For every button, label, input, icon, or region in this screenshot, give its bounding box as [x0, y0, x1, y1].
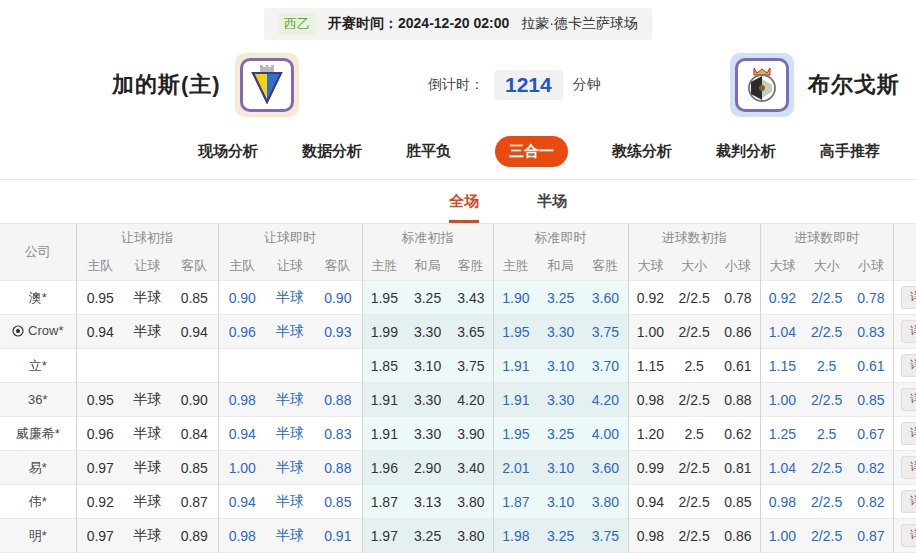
odds-cell[interactable]: 0.97 — [76, 451, 124, 485]
odds-cell[interactable]: 0.88 — [314, 383, 362, 417]
odds-cell[interactable]: 0.90 — [314, 281, 362, 315]
odds-cell[interactable]: 4.20 — [583, 383, 628, 417]
odds-cell[interactable]: 0.78 — [716, 281, 760, 315]
detail-button[interactable]: 详情 — [901, 490, 916, 513]
nav-tab-7[interactable]: 高手推荐 — [820, 142, 880, 161]
odds-cell[interactable]: 0.92 — [76, 485, 124, 519]
odds-cell[interactable]: 2.5 — [804, 349, 849, 383]
odds-cell[interactable]: 3.65 — [449, 315, 493, 349]
odds-cell[interactable]: 3.43 — [449, 281, 493, 315]
odds-cell[interactable]: 1.91 — [362, 383, 406, 417]
nav-tab-2[interactable]: 数据分析 — [302, 142, 362, 161]
odds-cell[interactable]: 2/2.5 — [672, 281, 716, 315]
odds-cell[interactable]: 3.80 — [449, 519, 493, 553]
odds-cell[interactable]: 0.85 — [716, 485, 760, 519]
odds-cell[interactable]: 1.87 — [493, 485, 538, 519]
odds-cell[interactable]: 0.93 — [314, 315, 362, 349]
odds-cell[interactable]: 半球 — [266, 485, 314, 519]
odds-cell[interactable]: 1.96 — [362, 451, 406, 485]
odds-cell[interactable]: 3.10 — [538, 451, 583, 485]
odds-cell[interactable]: 半球 — [124, 417, 171, 451]
odds-cell[interactable]: 2/2.5 — [672, 485, 716, 519]
company-name[interactable]: 威廉希* — [0, 417, 76, 451]
odds-cell[interactable]: 2/2.5 — [804, 281, 849, 315]
odds-cell[interactable]: 0.94 — [76, 315, 124, 349]
odds-cell[interactable]: 1.00 — [218, 451, 266, 485]
odds-cell[interactable]: 1.20 — [628, 417, 672, 451]
odds-cell[interactable]: 半球 — [266, 417, 314, 451]
odds-cell[interactable]: 1.95 — [493, 315, 538, 349]
odds-cell[interactable]: 3.25 — [538, 519, 583, 553]
odds-cell[interactable]: 0.98 — [760, 485, 804, 519]
company-name[interactable]: Crow* — [0, 315, 76, 349]
odds-cell[interactable]: 0.87 — [171, 485, 218, 519]
odds-cell[interactable]: 0.98 — [218, 383, 266, 417]
nav-tab-5[interactable]: 教练分析 — [612, 142, 672, 161]
company-name[interactable]: 明* — [0, 519, 76, 553]
odds-cell[interactable]: 0.96 — [76, 417, 124, 451]
odds-cell[interactable]: 0.94 — [218, 485, 266, 519]
odds-cell[interactable]: 2/2.5 — [672, 315, 716, 349]
company-name[interactable]: 36* — [0, 383, 76, 417]
odds-cell[interactable]: 0.92 — [760, 281, 804, 315]
odds-cell[interactable]: 1.91 — [493, 349, 538, 383]
nav-tab-6[interactable]: 裁判分析 — [716, 142, 776, 161]
nav-tab-4[interactable]: 三合一 — [495, 136, 568, 167]
odds-cell[interactable] — [171, 349, 218, 383]
odds-cell[interactable] — [266, 349, 314, 383]
odds-cell[interactable]: 1.97 — [362, 519, 406, 553]
odds-cell[interactable]: 2/2.5 — [804, 519, 849, 553]
odds-cell[interactable]: 1.91 — [493, 383, 538, 417]
odds-cell[interactable]: 4.00 — [583, 417, 628, 451]
odds-cell[interactable]: 0.88 — [716, 383, 760, 417]
odds-cell[interactable]: 0.98 — [628, 383, 672, 417]
odds-cell[interactable]: 0.98 — [218, 519, 266, 553]
odds-cell[interactable]: 半球 — [266, 519, 314, 553]
odds-cell[interactable]: 3.30 — [538, 315, 583, 349]
odds-cell[interactable]: 3.75 — [449, 349, 493, 383]
odds-cell[interactable]: 0.67 — [849, 417, 893, 451]
company-name[interactable]: 澳* — [0, 281, 76, 315]
odds-cell[interactable]: 0.94 — [171, 315, 218, 349]
odds-cell[interactable]: 0.82 — [849, 451, 893, 485]
odds-cell[interactable]: 0.62 — [716, 417, 760, 451]
odds-cell[interactable]: 0.95 — [76, 281, 124, 315]
odds-cell[interactable]: 半球 — [266, 451, 314, 485]
odds-cell[interactable]: 2.5 — [804, 417, 849, 451]
odds-cell[interactable]: 3.80 — [449, 485, 493, 519]
odds-cell[interactable] — [218, 349, 266, 383]
odds-cell[interactable]: 2/2.5 — [672, 383, 716, 417]
odds-cell[interactable]: 1.99 — [362, 315, 406, 349]
odds-cell[interactable]: 半球 — [124, 281, 171, 315]
detail-button[interactable]: 详情 — [901, 422, 916, 445]
odds-cell[interactable]: 半球 — [124, 519, 171, 553]
odds-cell[interactable] — [314, 349, 362, 383]
odds-cell[interactable]: 3.25 — [538, 417, 583, 451]
odds-cell[interactable]: 3.13 — [406, 485, 449, 519]
odds-cell[interactable]: 3.90 — [449, 417, 493, 451]
odds-cell[interactable]: 半球 — [124, 383, 171, 417]
detail-button[interactable]: 详情 — [901, 286, 916, 309]
detail-button[interactable]: 详情 — [901, 354, 916, 377]
odds-cell[interactable]: 2.01 — [493, 451, 538, 485]
odds-cell[interactable]: 3.10 — [406, 349, 449, 383]
odds-cell[interactable]: 0.85 — [849, 383, 893, 417]
odds-cell[interactable]: 0.83 — [314, 417, 362, 451]
odds-cell[interactable]: 3.25 — [406, 519, 449, 553]
odds-cell[interactable]: 3.70 — [583, 349, 628, 383]
odds-cell[interactable]: 半球 — [266, 383, 314, 417]
nav-tab-3[interactable]: 胜平负 — [406, 142, 451, 161]
odds-cell[interactable]: 1.25 — [760, 417, 804, 451]
odds-cell[interactable]: 0.97 — [76, 519, 124, 553]
odds-cell[interactable]: 1.15 — [760, 349, 804, 383]
odds-cell[interactable]: 0.87 — [849, 519, 893, 553]
odds-cell[interactable]: 0.84 — [171, 417, 218, 451]
odds-cell[interactable]: 0.94 — [628, 485, 672, 519]
odds-cell[interactable]: 0.95 — [76, 383, 124, 417]
detail-button[interactable]: 详情 — [901, 524, 916, 547]
odds-cell[interactable]: 3.40 — [449, 451, 493, 485]
odds-cell[interactable]: 0.61 — [716, 349, 760, 383]
odds-cell[interactable]: 2.5 — [672, 349, 716, 383]
odds-cell[interactable]: 3.80 — [583, 485, 628, 519]
detail-button[interactable]: 详情 — [901, 320, 916, 343]
